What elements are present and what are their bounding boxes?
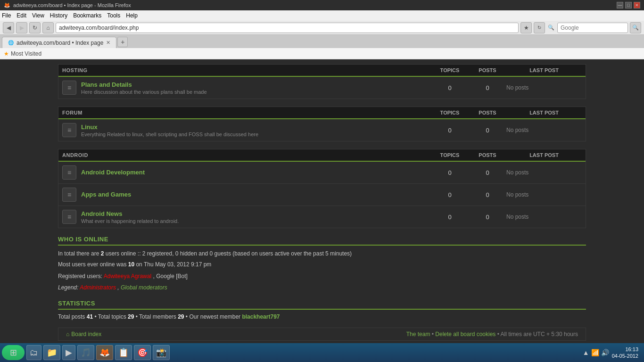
stats-posts: 41	[87, 313, 93, 320]
forum-topics-android-dev: 0	[431, 169, 469, 176]
footer-nav-right: The team • Delete all board cookies • Al…	[406, 331, 578, 337]
col-lastpost-forum: LAST POST	[506, 110, 582, 115]
taskbar-folder[interactable]: 🗂	[26, 345, 41, 360]
refresh-button[interactable]: ↻	[29, 22, 41, 33]
legend-admin-link[interactable]: Administrators	[80, 284, 116, 291]
legend-mod-link[interactable]: Global moderators	[121, 284, 167, 291]
taskbar-music[interactable]: 🎵	[77, 345, 94, 360]
taskbar-app6[interactable]: 📋	[115, 345, 132, 360]
who-online-line1: In total there are 2 users online :: 2 r…	[58, 249, 586, 258]
forward-button[interactable]: ▶	[16, 22, 27, 33]
tray-clock[interactable]: 16:13 04-05-2012	[612, 346, 638, 360]
footer-nav: ⌂ Board index The team • Delete all boar…	[58, 328, 586, 341]
forum-title-linux[interactable]: Linux	[81, 123, 98, 131]
max-users-prefix: Most users ever online was	[58, 261, 128, 268]
tray-network[interactable]: 📶	[591, 349, 599, 356]
browser-menu: File Edit View History Bookmarks Tools H…	[0, 10, 644, 21]
section-android: ANDROID TOPICS POSTS LAST POST ≡ Android…	[58, 149, 586, 228]
search-go[interactable]: 🔍	[630, 22, 641, 33]
home-button[interactable]: ⌂	[42, 22, 54, 33]
start-button[interactable]: ⊞	[2, 345, 25, 360]
back-button[interactable]: ◀	[3, 22, 14, 33]
col-topics-android: TOPICS	[431, 152, 469, 158]
forum-info-plans: Plans and Details Here discussion about …	[81, 81, 431, 95]
delete-cookies-link[interactable]: Delete all board cookies	[435, 331, 495, 337]
user-adwiteeya-link[interactable]: Adwiteeya Agrawal	[104, 273, 151, 280]
browser-toolbar: ◀ ▶ ↻ ⌂ ★ ↻ 🔍 🔍	[0, 21, 644, 35]
the-team-link[interactable]: The team	[406, 331, 430, 337]
browser-titlebar: 🦊 adwiteeya.com/board • Index page - Moz…	[0, 0, 644, 10]
forum-title-android-dev[interactable]: Android Development	[81, 169, 145, 176]
close-button[interactable]: ✕	[634, 2, 640, 8]
refresh-small[interactable]: ↻	[534, 22, 545, 33]
tab-close-button[interactable]: ✕	[106, 40, 110, 46]
forum-lastpost-linux: No posts	[506, 127, 582, 133]
stats-text-prefix: Total posts	[58, 313, 87, 320]
menu-view[interactable]: View	[32, 12, 44, 19]
taskbar-app8[interactable]: 📸	[153, 345, 170, 360]
taskbar-files[interactable]: 📁	[43, 345, 60, 360]
active-tab[interactable]: 🌐 adwiteeya.com/board • Index page ✕	[2, 37, 116, 48]
forum-desc-android-news: What ever is happening related to androi…	[81, 218, 431, 224]
star-button[interactable]: ★	[520, 22, 532, 33]
section-name-hosting: HOSTING	[62, 67, 431, 73]
col-topics-hosting: TOPICS	[431, 67, 469, 73]
forum-desc-plans: Here discussion about the various plans …	[81, 89, 431, 95]
forum-title-plans[interactable]: Plans and Details	[81, 81, 132, 88]
maximize-button[interactable]: □	[625, 2, 632, 8]
registered-users-label: Registered users:	[58, 273, 104, 280]
forum-icon-android-news: ≡	[62, 210, 76, 224]
menu-file[interactable]: File	[2, 12, 11, 19]
stats-sep2: • Total members	[136, 313, 178, 320]
forum-info-android-news: Android News What ever is happening rela…	[81, 210, 431, 224]
menu-bookmarks[interactable]: Bookmarks	[73, 12, 101, 19]
legend-sep: ,	[117, 284, 121, 291]
forum-lastpost-plans: No posts	[506, 84, 582, 91]
who-online-line2: Most users ever online was 10 on Thu May…	[58, 260, 586, 269]
legend-label: Legend:	[58, 284, 80, 291]
menu-tools[interactable]: Tools	[107, 12, 120, 19]
tray-volume[interactable]: 🔊	[601, 349, 609, 356]
forum-title-android-news[interactable]: Android News	[81, 210, 122, 217]
forum-posts-android-news: 0	[469, 214, 506, 221]
search-input[interactable]	[557, 23, 628, 33]
taskbar-media[interactable]: ▶	[62, 345, 75, 360]
tab-title: adwiteeya.com/board • Index page	[17, 40, 103, 46]
menu-history[interactable]: History	[50, 12, 67, 19]
most-visited-bookmark[interactable]: Most Visited	[11, 50, 41, 57]
minimize-button[interactable]: —	[617, 2, 623, 8]
who-online-header: WHO IS ONLINE	[58, 236, 586, 246]
col-posts-forum: POSTS	[469, 110, 506, 115]
bookmarks-star-icon: ★	[4, 50, 9, 57]
stats-sep1: • Total topics	[94, 313, 128, 320]
stats-members: 29	[178, 313, 184, 320]
taskbar-app7[interactable]: 🎯	[134, 345, 151, 360]
forum-row-android-dev: ≡ Android Development 0 0 No posts	[58, 162, 586, 184]
clock-date: 04-05-2012	[612, 353, 638, 359]
who-online-suffix: users online :: 2 registered, 0 hidden a…	[106, 250, 352, 257]
menu-edit[interactable]: Edit	[17, 12, 26, 19]
new-tab-button[interactable]: +	[117, 37, 128, 47]
menu-help[interactable]: Help	[126, 12, 138, 19]
newest-member-link[interactable]: blackheart797	[242, 313, 280, 320]
user-google-bot: Google [Bot]	[156, 273, 188, 280]
forum-icon-android-dev: ≡	[62, 165, 76, 180]
forum-topics-android-news: 0	[431, 214, 469, 221]
section-hosting: HOSTING TOPICS POSTS LAST POST ≡ Plans a…	[58, 64, 586, 99]
tray-arrow[interactable]: ▲	[583, 349, 589, 356]
forum-row-android-news: ≡ Android News What ever is happening re…	[58, 206, 586, 228]
forum-info-linux: Linux Everything Related to linux, shell…	[81, 123, 431, 137]
clock-time: 16:13	[612, 346, 638, 353]
address-bar[interactable]	[56, 23, 519, 33]
footer-nav-left: ⌂ Board index	[66, 331, 406, 337]
col-lastpost-android: LAST POST	[506, 152, 582, 158]
col-posts-android: POSTS	[469, 152, 506, 158]
forum-title-apps-games[interactable]: Apps and Games	[81, 191, 131, 198]
board-index-link[interactable]: ⌂ Board index	[66, 331, 406, 337]
forum-icon-plans: ≡	[62, 81, 76, 95]
taskbar-firefox[interactable]: 🦊	[96, 345, 113, 360]
statistics-section: STATISTICS Total posts 41 • Total topics…	[58, 300, 586, 320]
statistics-header: STATISTICS	[58, 300, 586, 310]
forum-topics-plans: 0	[431, 84, 469, 91]
forum-topics-apps-games: 0	[431, 191, 469, 198]
